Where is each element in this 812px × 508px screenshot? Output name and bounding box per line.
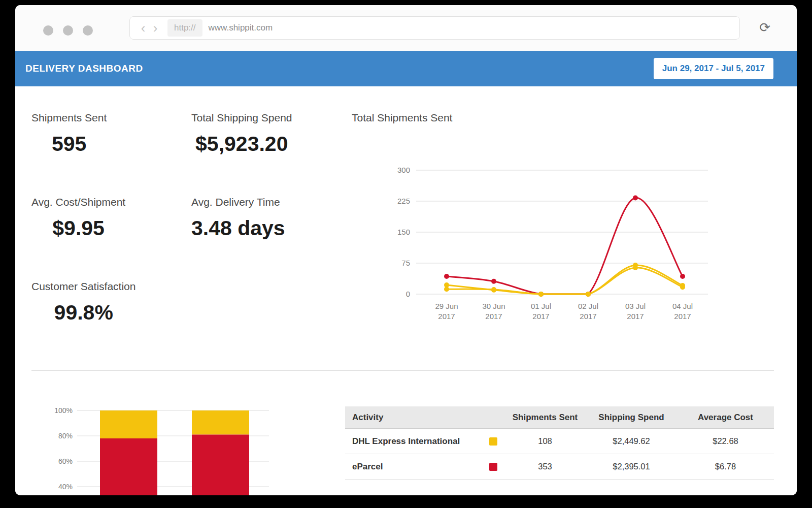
data-point-marker <box>491 287 496 292</box>
table-row: DHL Express International108$2,449.62$22… <box>345 429 774 454</box>
page-title: DELIVERY DASHBOARD <box>25 63 143 74</box>
stat-value: $9.95 <box>31 216 125 240</box>
x-axis-tick-label: 03 Jul2017 <box>625 302 646 321</box>
shipments-sent-cell: 353 <box>504 462 586 471</box>
stat-value: 99.8% <box>31 301 136 325</box>
carrier-share-bar-chart: 100%80%60%40% <box>48 401 277 495</box>
series-swatch-cell <box>482 463 504 471</box>
shipments-sent-cell: 108 <box>504 436 586 446</box>
shipping-spend-cell: $2,395.01 <box>586 462 677 471</box>
y-axis-tick-label: 0 <box>406 290 410 298</box>
line-chart-svg: 07515022530029 Jun201730 Jun201701 Jul20… <box>383 160 718 330</box>
window-controls <box>43 25 93 36</box>
stat-label: Customer Satisfaction <box>31 280 136 293</box>
series-line <box>447 268 683 294</box>
refresh-icon[interactable]: ⟳ <box>759 20 770 35</box>
series-color-swatch <box>489 437 497 446</box>
window-control-dot[interactable] <box>83 25 93 36</box>
stat-value: $5,923.20 <box>191 132 292 156</box>
series-color-swatch <box>489 463 497 471</box>
address-bar[interactable]: ‹ › http:// www.shippit.com <box>129 16 740 40</box>
stat-label: Total Shipping Spend <box>191 112 292 124</box>
bar-segment <box>192 410 249 435</box>
browser-chrome: ‹ › http:// www.shippit.com ⟳ <box>15 5 797 51</box>
stat-total-shipping-spend: Total Shipping Spend $5,923.20 <box>191 112 292 156</box>
window-control-dot[interactable] <box>63 25 73 36</box>
series-line <box>447 198 683 294</box>
column-header-shipping-spend: Shipping Spend <box>586 412 677 423</box>
dashboard-header: DELIVERY DASHBOARD Jun 29, 2017 - Jul 5,… <box>15 51 797 86</box>
column-header-shipments-sent: Shipments Sent <box>504 412 586 423</box>
bar-segment <box>192 435 249 496</box>
y-axis-tick-label: 225 <box>397 197 410 205</box>
table-header-row: Activity Shipments Sent Shipping Spend A… <box>345 406 774 429</box>
activity-table: Activity Shipments Sent Shipping Spend A… <box>345 406 774 480</box>
data-point-marker <box>538 292 544 297</box>
shipping-spend-cell: $2,449.62 <box>586 436 677 446</box>
table-row: eParcel353$2,395.01$6.78 <box>345 454 774 480</box>
back-icon[interactable]: ‹ <box>137 17 149 39</box>
url-text: www.shippit.com <box>209 23 273 33</box>
data-point-marker <box>680 284 685 290</box>
stat-label: Avg. Delivery Time <box>191 196 285 208</box>
browser-window: ‹ › http:// www.shippit.com ⟳ DELIVERY D… <box>15 5 797 495</box>
x-axis-tick-label: 01 Jul2017 <box>531 302 551 321</box>
y-axis-tick-label: 75 <box>401 259 410 267</box>
data-point-marker <box>633 265 638 270</box>
stat-avg-cost-per-shipment: Avg. Cost/Shipment $9.95 <box>31 196 125 240</box>
data-point-marker <box>680 274 685 279</box>
average-cost-cell: $6.78 <box>677 462 774 471</box>
x-axis-tick-label: 29 Jun2017 <box>435 302 458 321</box>
stat-shipments-sent: Shipments Sent 595 <box>31 112 107 156</box>
date-range-button[interactable]: Jun 29, 2017 - Jul 5, 2017 <box>654 58 773 79</box>
data-point-marker <box>491 279 496 284</box>
bar-chart-svg: 100%80%60%40% <box>48 401 277 495</box>
y-axis-tick-label: 100% <box>54 406 73 415</box>
bar-segment <box>100 438 157 495</box>
url-scheme: http:// <box>167 19 202 37</box>
data-point-marker <box>444 274 449 279</box>
data-point-marker <box>586 292 591 297</box>
forward-icon[interactable]: › <box>149 17 161 39</box>
screen-background: ‹ › http:// www.shippit.com ⟳ DELIVERY D… <box>0 0 812 508</box>
stat-label: Shipments Sent <box>31 112 107 124</box>
section-divider <box>31 370 774 371</box>
data-point-marker <box>444 287 449 292</box>
y-axis-tick-label: 60% <box>58 457 73 465</box>
activity-table-body: DHL Express International108$2,449.62$22… <box>345 429 774 480</box>
y-axis-tick-label: 80% <box>58 432 73 440</box>
stat-value: 595 <box>31 132 107 156</box>
x-axis-tick-label: 04 Jul2017 <box>672 302 693 321</box>
y-axis-tick-label: 40% <box>58 483 73 491</box>
column-header-activity: Activity <box>345 412 482 423</box>
stat-label: Avg. Cost/Shipment <box>31 196 125 208</box>
window-control-dot[interactable] <box>43 25 53 36</box>
y-axis-tick-label: 150 <box>397 228 410 236</box>
y-axis-tick-label: 300 <box>397 166 410 174</box>
average-cost-cell: $22.68 <box>677 436 774 446</box>
dashboard-content: Shipments Sent 595 Total Shipping Spend … <box>15 86 797 495</box>
x-axis-tick-label: 02 Jul2017 <box>578 302 598 321</box>
activity-name-cell: eParcel <box>345 462 482 472</box>
activity-name-cell: DHL Express International <box>345 436 482 447</box>
bar-segment <box>100 410 157 438</box>
column-header-average-cost: Average Cost <box>677 412 774 423</box>
shipments-line-chart: 07515022530029 Jun201730 Jun201701 Jul20… <box>383 160 718 330</box>
line-chart-title: Total Shipments Sent <box>352 112 452 124</box>
stat-customer-satisfaction: Customer Satisfaction 99.8% <box>31 280 136 325</box>
series-swatch-cell <box>482 437 504 446</box>
x-axis-tick-label: 30 Jun2017 <box>482 302 505 321</box>
stat-value: 3.48 days <box>191 216 285 240</box>
stat-avg-delivery-time: Avg. Delivery Time 3.48 days <box>191 196 285 240</box>
data-point-marker <box>633 195 638 200</box>
